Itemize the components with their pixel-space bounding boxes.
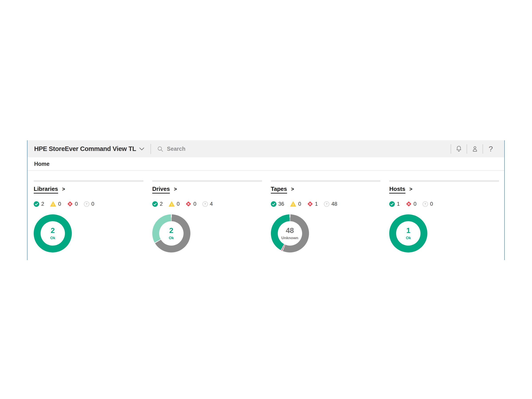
donut-chart-wrap: 2 Ok (34, 214, 143, 253)
status-warning: ! 0 (169, 201, 180, 207)
ok-status-icon (271, 201, 276, 207)
app-window: HPE StoreEver Command View TL (27, 140, 505, 260)
status-critical: 0 (406, 201, 417, 207)
search-input[interactable] (166, 146, 260, 152)
status-unknown: ? 4 (202, 201, 213, 207)
donut-center: 1 Ok (396, 221, 420, 246)
donut-center-value: 2 (51, 227, 55, 234)
app-title: HPE StoreEver Command View TL (34, 145, 136, 152)
user-button[interactable] (467, 143, 482, 155)
unknown-count: 0 (91, 201, 94, 207)
header-divider (151, 144, 151, 154)
svg-text:!: ! (53, 203, 54, 206)
bell-icon (456, 146, 462, 152)
warning-count: 0 (58, 201, 61, 207)
panel-title-label: Drives (152, 185, 170, 194)
header-actions: ? (451, 143, 499, 155)
donut-center-label: Ok (50, 236, 55, 240)
status-ok: 1 (389, 201, 400, 207)
donut-chart-wrap: 48 Unknown (271, 214, 381, 253)
hosts-link[interactable]: Hosts > (389, 185, 412, 192)
donut-center: 2 Ok (159, 221, 184, 246)
panel-drives: Drives > 2 ! 0 (152, 180, 262, 253)
libraries-donut-chart: 2 Ok (34, 214, 72, 253)
critical-status-icon (307, 201, 313, 207)
hosts-donut-chart: 1 Ok (389, 214, 427, 253)
svg-text:?: ? (204, 202, 206, 206)
link-arrow: > (409, 186, 412, 192)
critical-count: 0 (193, 201, 196, 207)
libraries-link[interactable]: Libraries > (34, 185, 65, 192)
drives-donut-chart: 2 Ok (152, 214, 190, 253)
svg-text:?: ? (424, 202, 426, 206)
status-warning: ! 0 (50, 201, 61, 207)
status-critical: 0 (185, 201, 196, 207)
status-summary-row: 36 ! 0 1 (271, 201, 381, 207)
panel-tapes: Tapes > 36 ! 0 (271, 180, 381, 253)
tapes-donut-chart: 48 Unknown (271, 214, 309, 253)
donut-chart-wrap: 1 Ok (389, 214, 499, 253)
svg-text:?: ? (326, 202, 327, 206)
critical-status-icon (185, 201, 191, 207)
status-summary-row: 2 ! 0 0 (152, 201, 262, 207)
ok-count: 36 (279, 201, 284, 207)
critical-count: 0 (75, 201, 78, 207)
breadcrumb-row: Home (27, 157, 504, 171)
status-ok: 36 (271, 201, 284, 207)
link-arrow: > (291, 186, 294, 192)
app-header: HPE StoreEver Command View TL (27, 140, 504, 157)
screenshot-canvas: HPE StoreEver Command View TL (0, 0, 532, 399)
status-unknown: ? 0 (84, 201, 94, 207)
svg-text:!: ! (293, 203, 294, 206)
donut-center-value: 2 (169, 227, 173, 234)
breadcrumb: Home (34, 161, 50, 167)
unknown-status-icon: ? (202, 201, 208, 207)
question-mark-icon: ? (489, 145, 493, 153)
critical-status-icon (67, 201, 73, 207)
donut-center-label: Unknown (281, 236, 298, 240)
tapes-link[interactable]: Tapes > (271, 185, 294, 192)
dashboard-panels: Libraries > 2 ! 0 (27, 171, 504, 253)
person-icon (472, 146, 478, 152)
link-arrow: > (62, 186, 65, 192)
warning-count: 0 (177, 201, 180, 207)
donut-center-value: 48 (286, 227, 294, 234)
ok-count: 2 (160, 201, 163, 207)
critical-count: 0 (414, 201, 417, 207)
ok-status-icon (34, 201, 39, 207)
help-button[interactable]: ? (483, 143, 499, 155)
donut-center-value: 1 (406, 227, 410, 234)
status-unknown: ? 0 (423, 201, 433, 207)
panel-libraries: Libraries > 2 ! 0 (34, 180, 143, 253)
search-icon (157, 146, 163, 152)
donut-center-label: Ok (406, 236, 411, 240)
svg-text:!: ! (171, 203, 172, 206)
unknown-count: 0 (430, 201, 433, 207)
ok-count: 1 (397, 201, 400, 207)
critical-count: 1 (315, 201, 318, 207)
unknown-status-icon: ? (84, 201, 89, 207)
notifications-button[interactable] (451, 143, 467, 155)
warning-status-icon: ! (290, 201, 296, 207)
warning-status-icon: ! (50, 201, 56, 207)
status-warning: ! 0 (290, 201, 301, 207)
donut-center: 2 Ok (41, 221, 65, 246)
status-summary-row: 1 0 ? 0 (389, 201, 499, 207)
svg-text:?: ? (86, 202, 87, 206)
status-critical: 1 (307, 201, 318, 207)
panel-title-label: Libraries (34, 185, 58, 194)
warning-count: 0 (298, 201, 301, 207)
status-summary-row: 2 ! 0 0 (34, 201, 143, 207)
status-ok: 2 (34, 201, 44, 207)
panel-title-label: Hosts (389, 185, 405, 194)
unknown-count: 48 (331, 201, 337, 207)
ok-status-icon (389, 201, 395, 207)
status-ok: 2 (152, 201, 163, 207)
status-critical: 0 (67, 201, 78, 207)
panel-title-label: Tapes (271, 185, 287, 194)
drives-link[interactable]: Drives > (152, 185, 177, 192)
ok-status-icon (152, 201, 158, 207)
critical-status-icon (406, 201, 412, 207)
app-menu-trigger[interactable]: HPE StoreEver Command View TL (34, 145, 144, 152)
ok-count: 2 (41, 201, 44, 207)
